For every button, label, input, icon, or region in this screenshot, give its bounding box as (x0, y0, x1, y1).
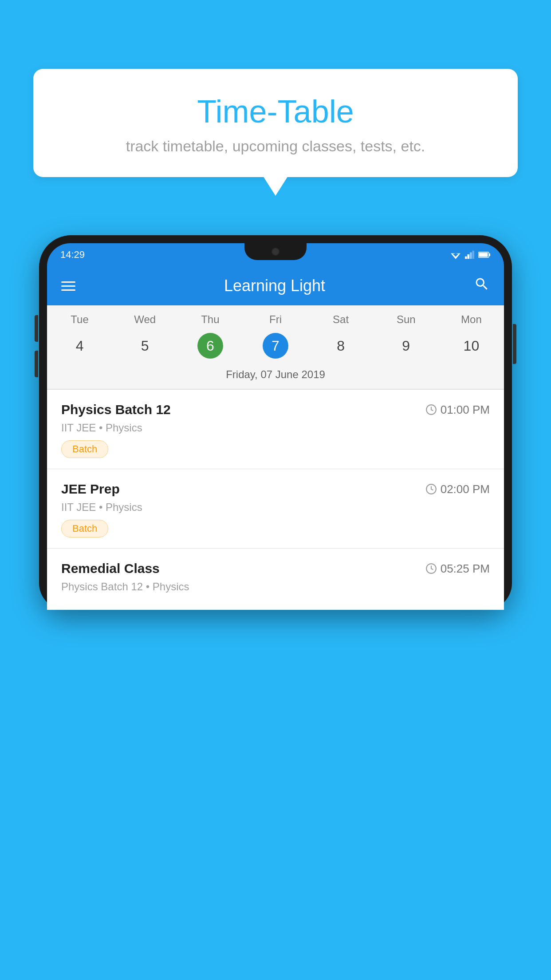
schedule-item-2-header: JEE Prep 02:00 PM (61, 482, 490, 497)
camera (272, 248, 279, 256)
bubble-title: Time-Table (60, 93, 491, 130)
schedule-item-3[interactable]: Remedial Class 05:25 PM Physics Batch 12… (47, 549, 504, 610)
schedule-item-3-header: Remedial Class 05:25 PM (61, 561, 490, 576)
schedule-subtitle-1: IIT JEE • Physics (61, 422, 490, 434)
battery-icon (478, 250, 491, 259)
schedule-subtitle-2: IIT JEE • Physics (61, 501, 490, 514)
svg-rect-3 (465, 257, 467, 259)
schedule-title-3: Remedial Class (61, 561, 160, 576)
day-fri: Fri (243, 313, 308, 326)
calendar-section: Tue Wed Thu Fri Sat Sun (47, 305, 504, 389)
date-6[interactable]: 6 (177, 333, 243, 359)
date-4[interactable]: 4 (47, 333, 112, 359)
batch-badge-1: Batch (61, 440, 108, 458)
schedule-time-1: 01:00 PM (425, 403, 490, 417)
schedule-item-2[interactable]: JEE Prep 02:00 PM IIT JEE • Physics Batc… (47, 469, 504, 549)
notch (244, 243, 307, 260)
clock-icon-2 (425, 483, 437, 495)
schedule-item-1-header: Physics Batch 12 01:00 PM (61, 402, 490, 417)
schedule-time-3: 05:25 PM (425, 562, 490, 576)
date-5[interactable]: 5 (112, 333, 177, 359)
phone-screen: Learning Light Tue Wed (47, 266, 504, 610)
wifi-icon (450, 250, 461, 259)
day-mon: Mon (439, 313, 504, 326)
schedule-item-1[interactable]: Physics Batch 12 01:00 PM IIT JEE • Phys… (47, 390, 504, 469)
schedule-title-2: JEE Prep (61, 482, 120, 497)
speech-bubble: Time-Table track timetable, upcoming cla… (33, 69, 518, 177)
day-sat: Sat (308, 313, 374, 326)
menu-button[interactable] (61, 281, 75, 291)
day-tue: Tue (47, 313, 112, 326)
volume-up-button (35, 315, 38, 342)
app-bar: Learning Light (47, 266, 504, 305)
schedule-title-1: Physics Batch 12 (61, 402, 171, 417)
search-button[interactable] (474, 276, 490, 296)
date-10[interactable]: 10 (439, 333, 504, 359)
signal-icon (465, 250, 475, 259)
clock-icon-1 (425, 404, 437, 415)
svg-rect-5 (470, 253, 472, 259)
batch-badge-2: Batch (61, 520, 108, 537)
status-icons (450, 250, 491, 259)
phone-outer: 14:29 (39, 235, 512, 610)
status-bar: 14:29 (47, 243, 504, 266)
phone-mockup: 14:29 (39, 235, 512, 980)
svg-rect-8 (489, 253, 490, 256)
schedule-list: Physics Batch 12 01:00 PM IIT JEE • Phys… (47, 390, 504, 610)
svg-rect-6 (472, 251, 475, 259)
svg-rect-9 (479, 253, 488, 257)
schedule-time-2: 02:00 PM (425, 482, 490, 496)
power-button (513, 324, 516, 364)
calendar-dates: 4 5 6 7 8 9 (47, 329, 504, 365)
date-9[interactable]: 9 (374, 333, 439, 359)
app-title: Learning Light (224, 277, 325, 295)
selected-date-label: Friday, 07 June 2019 (47, 365, 504, 389)
day-thu: Thu (177, 313, 243, 326)
svg-rect-4 (468, 254, 470, 259)
bubble-subtitle: track timetable, upcoming classes, tests… (60, 138, 491, 155)
schedule-subtitle-3: Physics Batch 12 • Physics (61, 581, 490, 593)
calendar-days-header: Tue Wed Thu Fri Sat Sun (47, 305, 504, 329)
date-7[interactable]: 7 (243, 333, 308, 359)
status-time: 14:29 (60, 249, 85, 261)
speech-bubble-container: Time-Table track timetable, upcoming cla… (33, 69, 518, 177)
date-8[interactable]: 8 (308, 333, 374, 359)
day-sun: Sun (374, 313, 439, 326)
volume-down-button (35, 351, 38, 377)
day-wed: Wed (112, 313, 177, 326)
clock-icon-3 (425, 563, 437, 574)
